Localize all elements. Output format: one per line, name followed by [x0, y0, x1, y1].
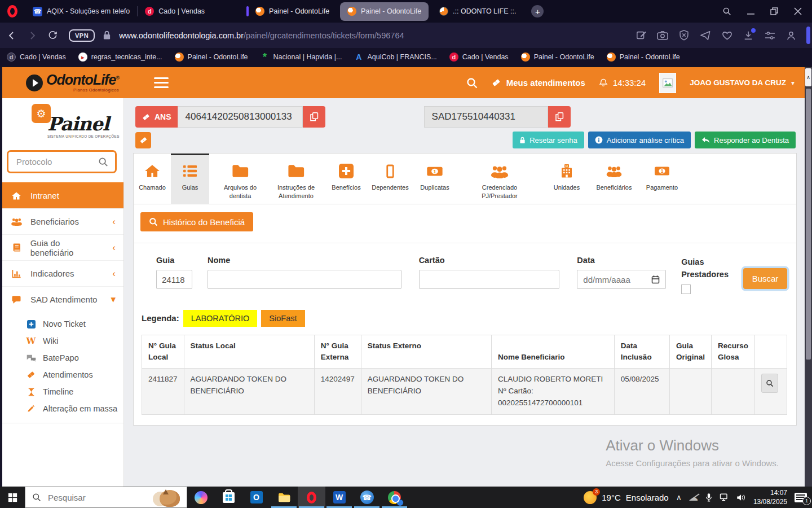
tab-pagamento[interactable]: 1 Pagamento: [640, 154, 684, 204]
page-scrollbar[interactable]: ∧: [805, 67, 812, 487]
taskbar-clock[interactable]: 14:07 13/08/2025: [753, 488, 787, 506]
tab-beneficiarios[interactable]: Beneficiários: [589, 154, 639, 204]
microphone-icon[interactable]: [705, 493, 712, 502]
new-tab-button[interactable]: +: [531, 5, 544, 17]
data-input[interactable]: dd/mm/aaaa: [577, 270, 666, 289]
tab-painel-2-active[interactable]: Painel - OdontoLife: [340, 2, 429, 21]
bookmark-aquicob[interactable]: A AquiCob | FRANCIS...: [354, 52, 436, 62]
sidebar-handle[interactable]: [806, 27, 810, 44]
view-guide-button[interactable]: [761, 374, 778, 393]
tab-beneficios[interactable]: Benefícios: [325, 154, 367, 204]
opera-logo-icon[interactable]: [7, 5, 17, 17]
restore-button[interactable]: [765, 3, 784, 20]
submenu-wiki[interactable]: W Wiki: [0, 332, 123, 349]
minimize-button[interactable]: [741, 3, 760, 20]
tab-painel-1[interactable]: Painel - OdontoLife: [239, 2, 337, 21]
taskbar-phone-icon[interactable]: ☎: [353, 487, 381, 508]
lock-icon[interactable]: [103, 30, 111, 40]
close-button[interactable]: [788, 3, 807, 20]
forward-button[interactable]: [24, 27, 41, 44]
pinned-tab-cado[interactable]: d Cado | Vendas: [138, 0, 212, 23]
clock-area[interactable]: 14:33:24: [599, 78, 646, 88]
tab-arquivos-dentista[interactable]: Arquivos do dentista: [214, 154, 267, 204]
bookmark-painel-3[interactable]: Painel - OdontoLife: [607, 52, 680, 62]
bookmark-regras[interactable]: ▸ regras_tecnicas_inte...: [78, 52, 162, 62]
tab-instrucoes[interactable]: Instruções de Atendimento: [267, 154, 325, 204]
tab-search-icon[interactable]: [717, 3, 736, 20]
taskbar-word-icon[interactable]: W: [325, 487, 353, 508]
search-icon[interactable]: [98, 157, 108, 167]
tab-dependentes[interactable]: Dependentes: [367, 154, 413, 204]
submenu-batepapo[interactable]: BatePapo: [0, 349, 123, 366]
submenu-alteracao-massa[interactable]: Alteração em massa: [0, 400, 123, 417]
tab-duplicatas[interactable]: 1 Duplicatas: [413, 154, 456, 204]
calendar-icon[interactable]: [651, 275, 660, 284]
tab-chamado[interactable]: Chamado: [134, 154, 171, 204]
copy-ans-button[interactable]: [303, 106, 325, 128]
nome-input[interactable]: [208, 270, 401, 289]
add-critical-analysis-button[interactable]: Adicionar análise crítica: [588, 132, 691, 148]
submenu-novo-ticket[interactable]: Novo Ticket: [0, 316, 123, 332]
guia-input[interactable]: [156, 270, 192, 289]
hamburger-menu-icon[interactable]: [154, 77, 169, 88]
header-search-icon[interactable]: [466, 77, 478, 89]
shield-blocker-icon[interactable]: [678, 29, 690, 42]
reply-to-dentist-button[interactable]: Responder ao Dentista: [695, 132, 796, 148]
bookmark-painel-2[interactable]: Painel - OdontoLife: [521, 52, 594, 62]
taskbar-file-explorer-icon[interactable]: [270, 487, 298, 508]
bookmark-painel-1[interactable]: Painel - OdontoLife: [175, 52, 248, 62]
favorites-heart-icon[interactable]: [721, 29, 733, 42]
reset-password-button[interactable]: Resetar senha: [513, 132, 584, 148]
tab-guias[interactable]: Guias: [171, 154, 209, 204]
onedrive-paused-icon[interactable]: ☁: [689, 492, 698, 503]
vpn-badge[interactable]: VPN: [69, 29, 95, 42]
snapshot-camera-icon[interactable]: [656, 29, 669, 42]
scrollbar-thumb[interactable]: [806, 89, 811, 360]
buscar-button[interactable]: Buscar: [743, 268, 787, 289]
sidebar-item-intranet[interactable]: Intranet: [0, 182, 123, 208]
reload-button[interactable]: [44, 27, 61, 44]
taskbar-weather[interactable]: 3 19°C Ensolarado: [584, 491, 668, 504]
cartao-input[interactable]: [419, 270, 560, 289]
protocol-input[interactable]: [15, 156, 94, 167]
profile-icon[interactable]: [785, 29, 797, 42]
sad-value-field[interactable]: SAD175510440331: [424, 106, 548, 128]
ans-value-field[interactable]: 40641420250813000133: [178, 106, 303, 128]
network-icon[interactable]: [720, 493, 729, 501]
tab-odontolife-site[interactable]: .:: ODONTO LIFE ::.: [432, 2, 523, 21]
tab-credenciado[interactable]: Credenciado PJ/Prestador: [465, 154, 534, 204]
compose-icon[interactable]: [635, 29, 647, 42]
sidebar-item-guia-beneficiario[interactable]: Guia do beneficiário ‹: [0, 234, 123, 260]
submenu-timeline[interactable]: Timeline: [0, 383, 123, 400]
guias-prestadores-checkbox[interactable]: [681, 284, 691, 294]
notification-center-icon[interactable]: 1: [795, 493, 807, 502]
start-button[interactable]: [0, 487, 25, 508]
taskbar-copilot-icon[interactable]: [187, 487, 215, 508]
bookmark-cado-2[interactable]: d Cado | Vendas: [449, 52, 509, 62]
taskbar-search-box[interactable]: [25, 487, 187, 508]
copy-sad-button[interactable]: [548, 106, 571, 128]
pinned-tab-aqix[interactable]: ☎ AQIX - Soluções em telefo: [25, 0, 137, 23]
downloads-icon[interactable]: [742, 29, 754, 42]
taskbar-opera-icon[interactable]: [298, 487, 325, 508]
avatar[interactable]: [659, 73, 676, 93]
odontolife-logo[interactable]: OdontoLife® Planos Odontológicos: [26, 73, 119, 93]
search-companion-fox[interactable]: [152, 488, 184, 507]
meus-atendimentos-link[interactable]: Meus atendimentos: [491, 78, 585, 87]
sidebar-item-beneficiarios[interactable]: Beneficiarios ‹: [0, 208, 123, 234]
ticket-square-button[interactable]: [135, 132, 151, 148]
tray-expand-icon[interactable]: ∧: [676, 493, 682, 502]
volume-icon[interactable]: [736, 493, 746, 502]
settings-sliders-icon[interactable]: [764, 29, 776, 42]
bookmark-hapvida[interactable]: * Nacional | Hapvida |...: [261, 52, 342, 62]
user-menu[interactable]: JOAO GUSTAVO DA CRUZ ▾: [690, 78, 795, 87]
url-field[interactable]: www.odontolifeodontologia.com.br/painel/…: [119, 31, 404, 40]
submenu-atendimentos[interactable]: Atendimentos: [0, 366, 123, 383]
back-button[interactable]: [3, 27, 20, 44]
scrollbar-up-arrow[interactable]: ∧: [805, 68, 811, 86]
taskbar-search-input[interactable]: [47, 492, 131, 503]
sidebar-item-indicadores[interactable]: Indicadores ‹: [0, 260, 123, 286]
taskbar-outlook-icon[interactable]: O: [242, 487, 270, 508]
bookmark-cado-1[interactable]: d Cado | Vendas: [7, 52, 66, 62]
taskbar-chrome-icon[interactable]: [381, 487, 408, 508]
